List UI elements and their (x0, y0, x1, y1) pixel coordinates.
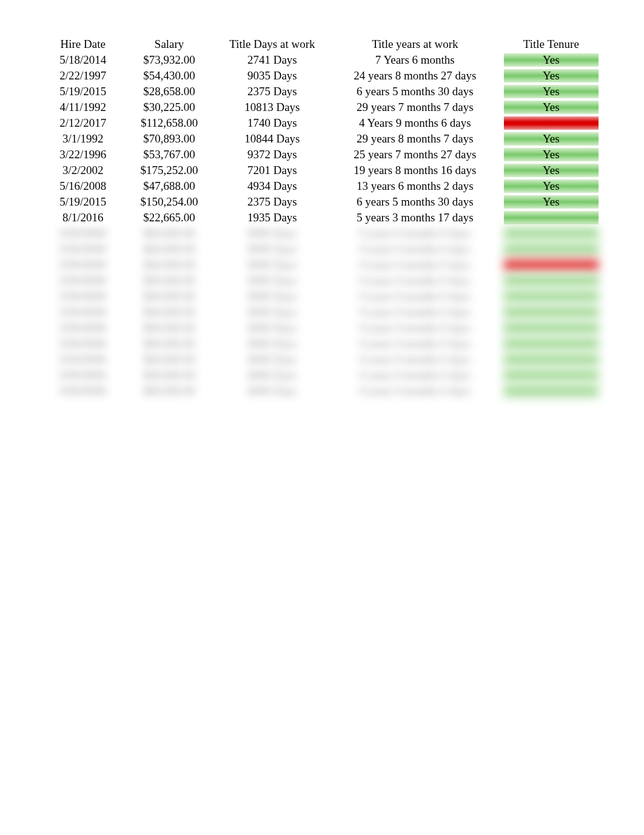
tenure-badge-yes: Yes (504, 148, 599, 161)
cell-tenure: Yes (501, 84, 601, 99)
cell-tenure (501, 383, 601, 399)
cell-tenure (501, 210, 601, 226)
cell-salary: $00,000.00 (122, 336, 215, 352)
cell-salary: $22,665.00 (122, 210, 215, 226)
cell-years-at-work: 29 years 8 months 7 days (329, 131, 501, 147)
cell-hire-date: 0/00/0000 (43, 289, 122, 304)
tenure-badge-yes (504, 384, 599, 398)
cell-hire-date: 0/00/0000 (43, 320, 122, 336)
cell-salary: $54,430.00 (122, 68, 215, 84)
cell-tenure: Yes (501, 194, 601, 210)
cell-tenure: Yes (501, 99, 601, 115)
cell-years-at-work: 4 Years 9 months 6 days (329, 115, 501, 131)
cell-days-at-work: 0000 Days (216, 367, 329, 383)
cell-hire-date: 0/00/0000 (43, 352, 122, 367)
cell-days-at-work: 2741 Days (216, 52, 329, 68)
table-row: 0/00/0000$00,000.000000 Days0 years 0 mo… (43, 304, 601, 320)
header-days-at-work: Title Days at work (216, 36, 329, 52)
table-row: 0/00/0000$00,000.000000 Days0 years 0 mo… (43, 367, 601, 383)
cell-days-at-work: 0000 Days (216, 383, 329, 399)
cell-years-at-work: 19 years 8 months 16 days (329, 163, 501, 178)
tenure-badge-yes: Yes (504, 69, 599, 82)
cell-hire-date: 3/2/2002 (43, 163, 122, 178)
tenure-badge-yes (504, 321, 599, 335)
table-row: 5/19/2015$150,254.002375 Days6 years 5 m… (43, 194, 601, 210)
tenure-badge-yes: Yes (504, 101, 599, 114)
cell-years-at-work: 6 years 5 months 30 days (329, 84, 501, 99)
cell-days-at-work: 0000 Days (216, 352, 329, 367)
cell-years-at-work: 6 years 5 months 30 days (329, 194, 501, 210)
table-row: 3/1/1992$70,893.0010844 Days29 years 8 m… (43, 131, 601, 147)
cell-years-at-work: 5 years 3 months 17 days (329, 210, 501, 226)
table-row: 0/00/0000$00,000.000000 Days0 years 0 mo… (43, 273, 601, 289)
cell-tenure (501, 336, 601, 352)
cell-hire-date: 4/11/1992 (43, 99, 122, 115)
cell-hire-date: 0/00/0000 (43, 383, 122, 399)
cell-years-at-work: 0 years 0 months 0 days (329, 367, 501, 383)
cell-tenure (501, 289, 601, 304)
table-row: 5/19/2015$28,658.002375 Days6 years 5 mo… (43, 84, 601, 99)
table-row: 0/00/0000$00,000.000000 Days0 years 0 mo… (43, 336, 601, 352)
cell-years-at-work: 13 years 6 months 2 days (329, 178, 501, 194)
cell-tenure (501, 320, 601, 336)
cell-salary: $00,000.00 (122, 273, 215, 289)
cell-hire-date: 0/00/0000 (43, 257, 122, 273)
tenure-badge-yes: Yes (504, 132, 599, 146)
cell-days-at-work: 0000 Days (216, 304, 329, 320)
cell-salary: $00,000.00 (122, 352, 215, 367)
cell-years-at-work: 29 years 7 months 7 days (329, 99, 501, 115)
header-hire-date: Hire Date (43, 36, 122, 52)
tenure-badge-yes (504, 274, 599, 287)
cell-days-at-work: 1740 Days (216, 115, 329, 131)
cell-days-at-work: 0000 Days (216, 226, 329, 241)
cell-salary: $175,252.00 (122, 163, 215, 178)
cell-years-at-work: 0 years 0 months 0 days (329, 383, 501, 399)
cell-salary: $00,000.00 (122, 226, 215, 241)
cell-years-at-work: 24 years 8 months 27 days (329, 68, 501, 84)
cell-years-at-work: 25 years 7 months 27 days (329, 147, 501, 163)
cell-years-at-work: 0 years 0 months 0 days (329, 257, 501, 273)
cell-salary: $112,658.00 (122, 115, 215, 131)
cell-years-at-work: 7 Years 6 months (329, 52, 501, 68)
cell-hire-date: 0/00/0000 (43, 336, 122, 352)
cell-hire-date: 0/00/0000 (43, 226, 122, 241)
cell-years-at-work: 0 years 0 months 0 days (329, 336, 501, 352)
cell-days-at-work: 4934 Days (216, 178, 329, 194)
tenure-badge-yes (504, 369, 599, 382)
header-years-at-work: Title years at work (329, 36, 501, 52)
cell-hire-date: 0/00/0000 (43, 241, 122, 257)
cell-days-at-work: 0000 Days (216, 241, 329, 257)
cell-salary: $28,658.00 (122, 84, 215, 99)
cell-tenure: Yes (501, 163, 601, 178)
cell-salary: $70,893.00 (122, 131, 215, 147)
cell-tenure: Yes (501, 147, 601, 163)
table-row: 8/1/2016$22,665.001935 Days5 years 3 mon… (43, 210, 601, 226)
cell-days-at-work: 0000 Days (216, 257, 329, 273)
cell-tenure (501, 226, 601, 241)
cell-hire-date: 5/19/2015 (43, 194, 122, 210)
cell-hire-date: 8/1/2016 (43, 210, 122, 226)
table-row: 5/16/2008$47,688.004934 Days13 years 6 m… (43, 178, 601, 194)
cell-days-at-work: 7201 Days (216, 163, 329, 178)
cell-days-at-work: 0000 Days (216, 336, 329, 352)
cell-years-at-work: 0 years 0 months 0 days (329, 352, 501, 367)
cell-tenure: Yes (501, 68, 601, 84)
cell-hire-date: 2/22/1997 (43, 68, 122, 84)
cell-tenure (501, 367, 601, 383)
cell-salary: $150,254.00 (122, 194, 215, 210)
cell-years-at-work: 0 years 0 months 0 days (329, 226, 501, 241)
table-row: 0/00/0000$00,000.000000 Days0 years 0 mo… (43, 320, 601, 336)
tenure-badge-yes: Yes (504, 179, 599, 193)
table-row: 0/00/0000$00,000.000000 Days0 years 0 mo… (43, 352, 601, 367)
cell-salary: $73,932.00 (122, 52, 215, 68)
table-row: 0/00/0000$00,000.000000 Days0 years 0 mo… (43, 241, 601, 257)
cell-days-at-work: 10844 Days (216, 131, 329, 147)
tenure-badge-yes (504, 306, 599, 319)
cell-days-at-work: 9372 Days (216, 147, 329, 163)
table-row: 5/18/2014$73,932.002741 Days7 Years 6 mo… (43, 52, 601, 68)
cell-hire-date: 5/18/2014 (43, 52, 122, 68)
tenure-badge-yes: Yes (504, 85, 599, 98)
cell-salary: $00,000.00 (122, 304, 215, 320)
cell-salary: $00,000.00 (122, 289, 215, 304)
tenure-badge-yes (504, 337, 599, 350)
